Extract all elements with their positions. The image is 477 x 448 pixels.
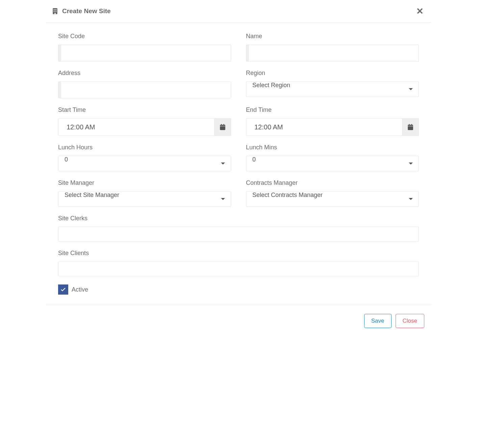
region-label: Region	[246, 70, 419, 77]
address-prefix	[58, 82, 61, 98]
active-label: Active	[72, 286, 88, 293]
start-time-picker-button[interactable]	[214, 118, 231, 136]
address-label: Address	[58, 70, 231, 77]
create-site-modal: Create New Site ✕ Site Code Name	[46, 0, 431, 337]
close-icon[interactable]: ✕	[415, 7, 425, 16]
address-input[interactable]	[58, 81, 231, 98]
contracts-manager-select[interactable]: Select Contracts Manager	[246, 191, 419, 207]
lunch-hours-label: Lunch Hours	[58, 144, 231, 151]
site-clerks-label: Site Clerks	[58, 215, 419, 222]
site-clients-input[interactable]	[58, 262, 419, 276]
site-code-input[interactable]	[58, 45, 231, 61]
lunch-mins-label: Lunch Mins	[246, 144, 419, 151]
active-checkbox-row: Active	[58, 284, 419, 295]
site-code-prefix	[58, 45, 61, 61]
modal-header-left: Create New Site	[52, 7, 111, 15]
modal-title: Create New Site	[62, 7, 111, 15]
building-icon	[52, 8, 58, 14]
start-time-input[interactable]	[58, 118, 214, 136]
end-time-picker-button[interactable]	[402, 118, 419, 136]
site-clients-label: Site Clients	[58, 250, 419, 257]
name-prefix	[246, 45, 249, 61]
modal-body: Site Code Name Address	[46, 23, 431, 305]
close-button[interactable]: Close	[396, 314, 424, 328]
end-time-input[interactable]	[246, 118, 402, 136]
name-label: Name	[246, 33, 419, 40]
start-time-label: Start Time	[58, 106, 231, 114]
calendar-icon	[220, 124, 226, 130]
end-time-label: End Time	[246, 106, 419, 114]
site-code-label: Site Code	[58, 33, 231, 40]
site-manager-select[interactable]: Select Site Manager	[58, 191, 231, 207]
save-button[interactable]: Save	[364, 314, 392, 328]
active-checkbox[interactable]	[58, 284, 68, 295]
site-manager-label: Site Manager	[58, 179, 231, 186]
lunch-hours-select[interactable]: 0	[58, 156, 231, 171]
calendar-icon	[407, 124, 413, 130]
name-input[interactable]	[246, 45, 419, 61]
check-icon	[60, 287, 66, 293]
modal-footer: Save Close	[46, 305, 431, 337]
contracts-manager-label: Contracts Manager	[246, 179, 419, 186]
site-clerks-input[interactable]	[58, 227, 419, 242]
region-select[interactable]: Select Region	[246, 81, 419, 97]
lunch-mins-select[interactable]: 0	[246, 156, 419, 171]
modal-header: Create New Site ✕	[46, 0, 431, 23]
